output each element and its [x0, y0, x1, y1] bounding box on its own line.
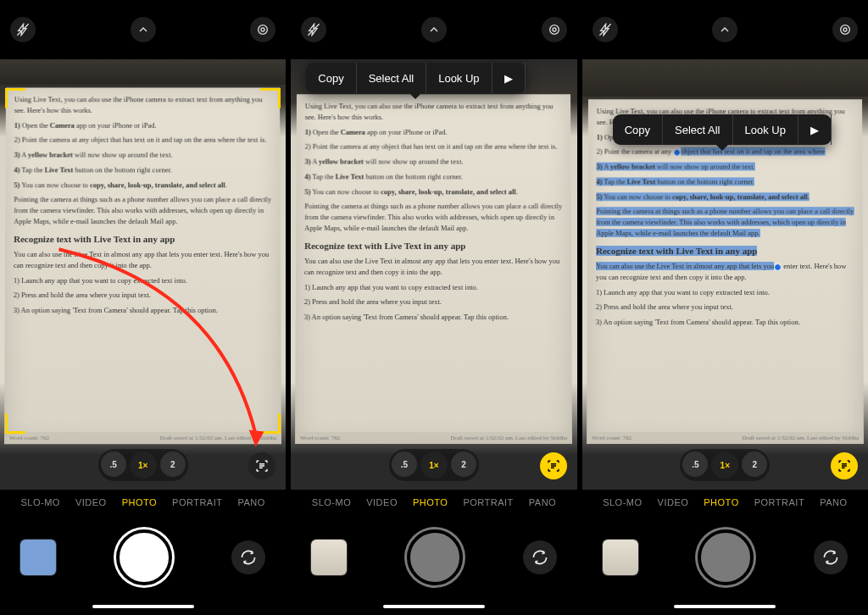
camera-panel-2: Copy Select All Look Up ▶ Using Live Tex… — [291, 0, 576, 615]
zoom-selector[interactable]: .5 1× 2 — [680, 449, 770, 481]
mode-photo[interactable]: PHOTO — [122, 497, 157, 507]
modes-row: SLO-MO VIDEO PHOTO PORTRAIT PANO — [0, 490, 286, 515]
flip-camera-button[interactable] — [231, 540, 265, 574]
shutter-row — [291, 515, 576, 600]
live-photo-button[interactable] — [832, 17, 858, 42]
more-actions-arrow[interactable]: ▶ — [798, 114, 832, 145]
selection-end-handle[interactable] — [774, 263, 782, 271]
zoom-0.5x[interactable]: .5 — [101, 452, 126, 477]
zoom-selector[interactable]: .5 1× 2 — [389, 449, 479, 481]
more-actions-arrow[interactable]: ▶ — [492, 63, 526, 93]
shutter-button[interactable] — [116, 529, 172, 585]
bracket-bottom-left — [5, 413, 25, 434]
zoom-1x[interactable]: 1× — [130, 452, 157, 479]
mode-slomo[interactable]: SLO-MO — [20, 497, 59, 507]
mode-pano[interactable]: PANO — [237, 497, 264, 507]
svg-point-9 — [549, 25, 559, 35]
modes-row: SLO-MO VIDEO PHOTO PORTRAIT PANO — [291, 490, 576, 515]
svg-point-15 — [841, 25, 850, 35]
zoom-2x[interactable]: 2 — [451, 452, 476, 477]
last-photo-thumbnail[interactable] — [20, 540, 56, 575]
live-text-button-active[interactable] — [831, 452, 858, 479]
captured-document: Using Live Text, you can also use the iP… — [4, 87, 281, 444]
bracket-top-right — [260, 88, 281, 108]
flip-camera-button[interactable] — [814, 540, 848, 574]
mode-photo[interactable]: PHOTO — [704, 497, 738, 507]
live-photo-button[interactable] — [250, 17, 275, 42]
viewfinder[interactable]: Using Live Text, you can also use the iP… — [0, 59, 286, 490]
mode-slomo[interactable]: SLO-MO — [603, 497, 642, 507]
chevron-up-icon[interactable] — [421, 17, 447, 42]
last-photo-thumbnail[interactable] — [603, 540, 638, 575]
bracket-top-left — [5, 88, 25, 108]
mode-video[interactable]: VIDEO — [75, 497, 107, 507]
captured-document: Using Live Text, you can also use the iP… — [587, 99, 864, 444]
text-context-menu: Copy Select All Look Up ▶ — [613, 114, 832, 145]
zoom-2x[interactable]: 2 — [742, 452, 767, 477]
zoom-selector[interactable]: .5 1× 2 — [98, 449, 188, 481]
flash-button[interactable] — [10, 17, 36, 42]
flip-camera-button[interactable] — [523, 540, 557, 574]
chevron-up-icon[interactable] — [712, 17, 737, 42]
mode-pano[interactable]: PANO — [529, 497, 556, 507]
lookup-action[interactable]: Look Up — [733, 114, 798, 145]
live-photo-button[interactable] — [542, 17, 567, 42]
select-all-action[interactable]: Select All — [357, 63, 426, 93]
zoom-0.5x[interactable]: .5 — [392, 452, 417, 477]
svg-point-2 — [259, 25, 268, 35]
captured-document: Using Live Text, you can also use the iP… — [295, 94, 572, 444]
copy-action[interactable]: Copy — [306, 63, 356, 93]
modes-row: SLO-MO VIDEO PHOTO PORTRAIT PANO — [582, 490, 868, 515]
svg-point-1 — [261, 28, 264, 31]
zoom-2x[interactable]: 2 — [160, 452, 186, 477]
top-bar — [291, 0, 576, 59]
mode-portrait[interactable]: PORTRAIT — [172, 497, 222, 507]
home-indicator[interactable] — [674, 605, 776, 608]
svg-point-8 — [553, 28, 556, 31]
mode-video[interactable]: VIDEO — [658, 497, 689, 507]
viewfinder[interactable]: Copy Select All Look Up ▶ Using Live Tex… — [291, 59, 576, 490]
camera-panel-1: Using Live Text, you can also use the iP… — [0, 0, 286, 615]
viewfinder[interactable]: Using Live Text, you can also use the iP… — [582, 59, 868, 490]
svg-point-14 — [843, 28, 847, 31]
shutter-button[interactable] — [698, 529, 754, 585]
mode-portrait[interactable]: PORTRAIT — [754, 497, 804, 507]
mode-photo[interactable]: PHOTO — [413, 497, 448, 507]
top-bar — [0, 0, 286, 59]
last-photo-thumbnail[interactable] — [311, 540, 347, 575]
select-all-action[interactable]: Select All — [663, 114, 732, 145]
flash-button[interactable] — [301, 17, 326, 42]
flash-button[interactable] — [593, 17, 618, 42]
text-context-menu: Copy Select All Look Up ▶ — [306, 63, 525, 93]
shutter-row — [0, 515, 286, 600]
chevron-up-icon[interactable] — [131, 17, 156, 42]
camera-panel-3: Using Live Text, you can also use the iP… — [582, 0, 868, 615]
mode-slomo[interactable]: SLO-MO — [312, 497, 351, 507]
lookup-action[interactable]: Look Up — [426, 63, 492, 93]
live-text-button-active[interactable] — [540, 452, 567, 479]
mode-portrait[interactable]: PORTRAIT — [463, 497, 513, 507]
bracket-bottom-right — [260, 413, 281, 434]
shutter-button[interactable] — [407, 529, 463, 585]
live-text-button[interactable] — [248, 452, 275, 479]
selection-start-handle[interactable] — [673, 148, 681, 156]
zoom-1x[interactable]: 1× — [420, 452, 448, 479]
home-indicator[interactable] — [92, 605, 194, 608]
zoom-1x[interactable]: 1× — [711, 452, 738, 479]
home-indicator[interactable] — [383, 605, 485, 608]
mode-pano[interactable]: PANO — [820, 497, 847, 507]
shutter-row — [582, 515, 868, 600]
zoom-0.5x[interactable]: .5 — [682, 452, 708, 477]
mode-video[interactable]: VIDEO — [366, 497, 398, 507]
top-bar — [582, 0, 868, 59]
copy-action[interactable]: Copy — [613, 114, 663, 145]
